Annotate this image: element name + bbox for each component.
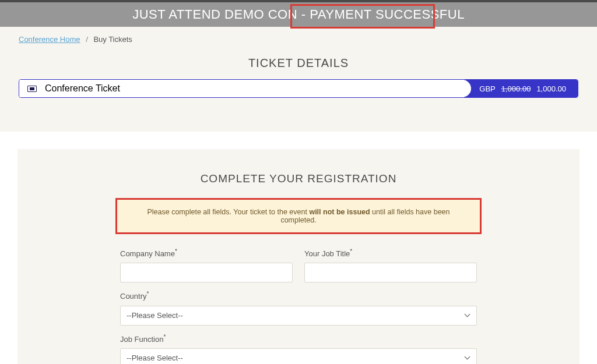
- header-title: JUST ATTEND DEMO CON - PAYMENT SUCCESSFU…: [132, 7, 465, 22]
- job-function-select[interactable]: --Please Select--: [120, 348, 477, 364]
- country-label-text: Country: [120, 292, 147, 301]
- registration-panel: COMPLETE YOUR REGISTRATION Please comple…: [17, 149, 580, 364]
- header-wrap: JUST ATTEND DEMO CON - PAYMENT SUCCESSFU…: [0, 2, 597, 27]
- current-price: 1,000.00: [536, 84, 566, 93]
- job-function-label: Job Function*: [120, 334, 477, 344]
- country-label: Country*: [120, 291, 477, 301]
- notice-box: Please complete all fields. Your ticket …: [115, 198, 482, 234]
- breadcrumb-current: Buy Tickets: [93, 35, 132, 44]
- breadcrumb-separator: /: [86, 35, 88, 44]
- company-label: Company Name*: [120, 248, 293, 258]
- job-title-label-text: Your Job Title: [304, 249, 350, 258]
- ticket-name: Conference Ticket: [45, 83, 120, 94]
- breadcrumb-home-link[interactable]: Conference Home: [19, 35, 80, 44]
- form-row-3: Job Function* --Please Select--: [120, 334, 477, 364]
- country-group: Country* --Please Select--: [120, 291, 477, 325]
- chevron-down-icon: [465, 356, 469, 361]
- registration-outer: COMPLETE YOUR REGISTRATION Please comple…: [0, 132, 597, 364]
- country-select-value: --Please Select--: [127, 311, 183, 320]
- required-marker: *: [163, 334, 166, 340]
- original-price: 1,000.00: [501, 84, 531, 93]
- company-group: Company Name*: [120, 248, 293, 282]
- required-marker: *: [147, 291, 149, 297]
- job-function-select-value: --Please Select--: [127, 354, 183, 362]
- notice-text-bold: will not be issued: [309, 208, 370, 216]
- company-label-text: Company Name: [120, 249, 175, 258]
- notice-text-pre: Please complete all fields. Your ticket …: [147, 208, 309, 216]
- ticket-icon: [27, 86, 37, 92]
- required-marker: *: [175, 248, 177, 255]
- currency-label: GBP: [479, 84, 495, 93]
- ticket-bar: Conference Ticket GBP 1,000.00 1,000.00: [19, 79, 578, 98]
- content-upper: Conference Home / Buy Tickets TICKET DET…: [0, 27, 597, 132]
- chevron-down-icon: [465, 313, 469, 318]
- company-input[interactable]: [120, 263, 293, 282]
- ticket-price-area: GBP 1,000.00 1,000.00: [464, 80, 578, 97]
- registration-form: Company Name* Your Job Title* Country*: [120, 248, 477, 364]
- notice-wrap: Please complete all fields. Your ticket …: [17, 198, 580, 234]
- job-function-label-text: Job Function: [120, 335, 163, 344]
- job-function-group: Job Function* --Please Select--: [120, 334, 477, 364]
- registration-title: COMPLETE YOUR REGISTRATION: [17, 172, 580, 185]
- form-row-2: Country* --Please Select--: [120, 291, 477, 325]
- job-title-group: Your Job Title*: [304, 248, 477, 282]
- country-select[interactable]: --Please Select--: [120, 306, 477, 326]
- breadcrumb: Conference Home / Buy Tickets: [19, 35, 578, 44]
- job-title-input[interactable]: [304, 263, 477, 282]
- job-title-label: Your Job Title*: [304, 248, 477, 258]
- ticket-info: Conference Ticket: [19, 80, 464, 97]
- required-marker: *: [350, 248, 352, 255]
- page-header: JUST ATTEND DEMO CON - PAYMENT SUCCESSFU…: [0, 2, 597, 27]
- ticket-section-title: TICKET DETAILS: [19, 56, 578, 70]
- form-row-1: Company Name* Your Job Title*: [120, 248, 477, 282]
